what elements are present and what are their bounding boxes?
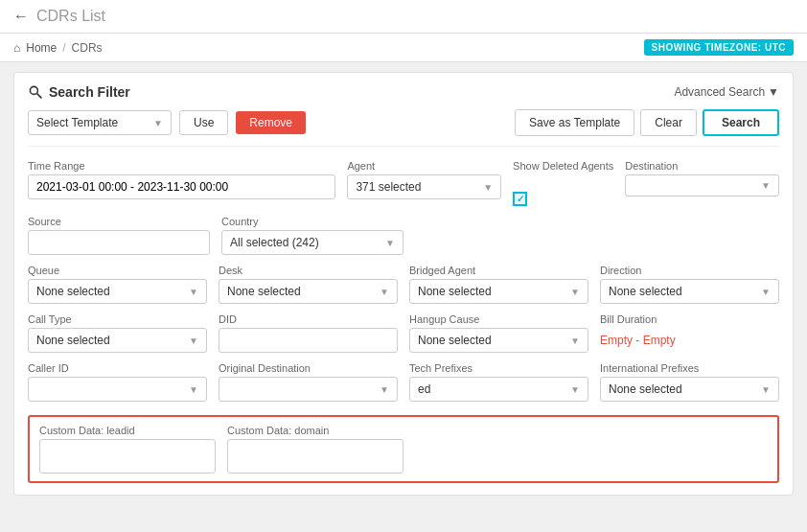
main-content: Search Filter Advanced Search ▼ Select T… — [0, 62, 807, 505]
form-row-2: Source Country All selected (242) ▼ — [28, 216, 779, 255]
caller-id-chevron-icon: ▼ — [189, 384, 198, 395]
breadcrumb-current: CDRs — [72, 41, 103, 55]
chevron-down-icon: ▼ — [768, 85, 779, 99]
breadcrumb: ⌂ Home / CDRs — [13, 41, 103, 55]
direction-label: Direction — [600, 265, 779, 276]
hangup-cause-select[interactable]: None selected ▼ — [409, 328, 588, 353]
breadcrumb-home[interactable]: Home — [26, 41, 57, 55]
original-dest-chevron-icon: ▼ — [380, 384, 389, 395]
call-type-chevron-icon: ▼ — [189, 335, 198, 346]
intl-prefixes-select[interactable]: None selected ▼ — [600, 377, 779, 402]
search-button[interactable]: Search — [703, 109, 779, 136]
tech-prefixes-group: Tech Prefixes ed ▼ — [409, 362, 588, 402]
show-deleted-checkbox[interactable]: ✓ — [513, 192, 527, 206]
time-range-input[interactable] — [28, 174, 335, 199]
clear-button[interactable]: Clear — [640, 109, 697, 136]
hangup-cause-group: Hangup Cause None selected ▼ — [409, 313, 588, 353]
svg-point-0 — [30, 86, 37, 94]
queue-label: Queue — [28, 265, 207, 276]
breadcrumb-bar: ⌂ Home / CDRs SHOWING TIMEZONE: UTC — [0, 34, 807, 62]
bridged-agent-chevron-icon: ▼ — [570, 287, 580, 297]
show-deleted-agents-group: Show Deleted Agents ✓ — [513, 160, 613, 206]
svg-line-1 — [37, 94, 42, 99]
source-group: Source — [28, 216, 210, 255]
did-label: DID — [219, 313, 398, 325]
tech-prefixes-chevron-icon: ▼ — [570, 384, 580, 395]
custom-domain-label: Custom Data: domain — [227, 425, 404, 436]
custom-leadid-input[interactable] — [39, 439, 216, 474]
custom-leadid-group: Custom Data: leadid — [39, 425, 216, 474]
timezone-badge: SHOWING TIMEZONE: UTC — [644, 39, 795, 56]
toolbar: Select Template ▼ Use Remove Save as Tem… — [28, 109, 779, 147]
tech-prefixes-select[interactable]: ed ▼ — [409, 377, 588, 402]
breadcrumb-separator: / — [62, 41, 65, 55]
country-chevron-icon: ▼ — [385, 238, 395, 248]
queue-select[interactable]: None selected ▼ — [28, 279, 207, 304]
checkmark-icon: ✓ — [517, 194, 524, 204]
page-title: CDRs List — [36, 8, 105, 25]
queue-group: Queue None selected ▼ — [28, 265, 207, 304]
template-select[interactable]: Select Template ▼ — [28, 110, 172, 135]
custom-domain-group: Custom Data: domain — [227, 425, 404, 474]
custom-leadid-label: Custom Data: leadid — [39, 425, 216, 436]
show-deleted-checkbox-group: ✓ — [513, 192, 613, 206]
title-bar: ← CDRs List — [0, 0, 807, 34]
caller-id-group: Caller ID ▼ — [28, 362, 207, 402]
custom-data-spacer — [415, 425, 768, 474]
country-label: Country — [221, 216, 404, 227]
bill-duration-group: Bill Duration Empty - Empty — [600, 313, 779, 347]
template-chevron-icon: ▼ — [153, 118, 163, 128]
did-input[interactable] — [219, 328, 398, 353]
form-row-3: Queue None selected ▼ Desk None selected… — [28, 265, 779, 304]
search-filter-card: Search Filter Advanced Search ▼ Select T… — [13, 72, 794, 496]
time-range-label: Time Range — [28, 160, 335, 172]
custom-domain-input[interactable] — [227, 439, 404, 474]
call-type-group: Call Type None selected ▼ — [28, 313, 207, 353]
search-filter-header: Search Filter Advanced Search ▼ — [28, 84, 779, 100]
destination-select[interactable]: ▼ — [625, 174, 779, 197]
bridged-agent-select[interactable]: None selected ▼ — [409, 279, 588, 304]
use-button[interactable]: Use — [179, 110, 228, 135]
source-input[interactable] — [28, 230, 210, 255]
caller-id-select[interactable]: ▼ — [28, 377, 207, 402]
call-type-select[interactable]: None selected ▼ — [28, 328, 207, 353]
search-icon — [28, 84, 43, 100]
destination-group: Destination ▼ — [625, 160, 779, 197]
advanced-search-toggle[interactable]: Advanced Search ▼ — [674, 85, 779, 99]
toolbar-right: Save as Template Clear Search — [515, 109, 779, 136]
destination-chevron-icon: ▼ — [761, 180, 771, 191]
tech-prefixes-label: Tech Prefixes — [409, 362, 588, 374]
custom-data-row: Custom Data: leadid Custom Data: domain — [39, 425, 768, 474]
desk-group: Desk None selected ▼ — [219, 265, 398, 304]
form-row-1: Time Range Agent 371 selected ▼ Show Del… — [28, 160, 779, 206]
bill-duration-label: Bill Duration — [600, 313, 779, 325]
search-form: Time Range Agent 371 selected ▼ Show Del… — [28, 160, 779, 483]
original-dest-select[interactable]: ▼ — [219, 377, 398, 402]
intl-prefixes-label: International Prefixes — [600, 362, 779, 374]
save-template-button[interactable]: Save as Template — [515, 109, 634, 136]
agent-select[interactable]: 371 selected ▼ — [347, 174, 501, 199]
country-group: Country All selected (242) ▼ — [221, 216, 404, 255]
desk-chevron-icon: ▼ — [380, 287, 389, 297]
back-button[interactable]: ← — [13, 8, 29, 25]
direction-group: Direction None selected ▼ — [600, 265, 779, 304]
show-deleted-agents-label: Show Deleted Agents — [513, 160, 613, 172]
bill-duration-value: Empty - Empty — [600, 334, 779, 347]
source-label: Source — [28, 216, 210, 227]
agent-label: Agent — [347, 160, 501, 172]
did-group: DID — [219, 313, 398, 353]
intl-prefixes-group: International Prefixes None selected ▼ — [600, 362, 779, 402]
desk-select[interactable]: None selected ▼ — [219, 279, 398, 304]
country-select[interactable]: All selected (242) ▼ — [221, 230, 404, 255]
bridged-agent-label: Bridged Agent — [409, 265, 588, 276]
hangup-cause-label: Hangup Cause — [409, 313, 588, 325]
queue-chevron-icon: ▼ — [189, 287, 198, 297]
remove-button[interactable]: Remove — [236, 111, 306, 134]
caller-id-label: Caller ID — [28, 362, 207, 374]
direction-select[interactable]: None selected ▼ — [600, 279, 779, 304]
search-filter-label: Search Filter — [49, 84, 130, 100]
form-row-5: Caller ID ▼ Original Destination ▼ Tech … — [28, 362, 779, 402]
search-filter-title: Search Filter — [28, 84, 130, 100]
hangup-cause-chevron-icon: ▼ — [570, 335, 580, 346]
intl-prefixes-chevron-icon: ▼ — [761, 384, 771, 395]
